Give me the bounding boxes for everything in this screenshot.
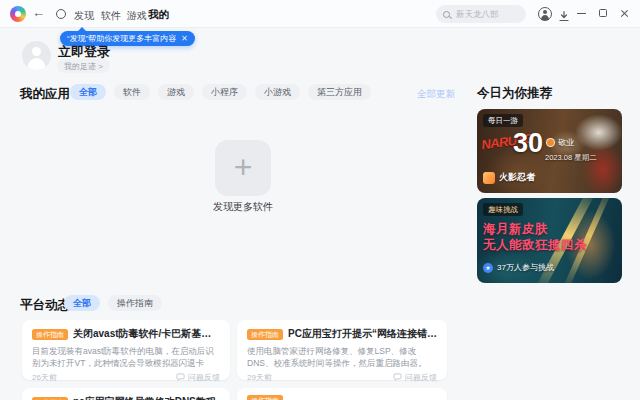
- search-box[interactable]: [436, 5, 526, 23]
- update-all-button[interactable]: 全部更新: [417, 88, 455, 101]
- filter-games[interactable]: 游戏: [158, 84, 194, 100]
- game-name-row: 火影忍者: [483, 171, 535, 184]
- daily-word: 敬业: [546, 137, 574, 148]
- filter-software[interactable]: 软件: [114, 84, 150, 100]
- news-article-card[interactable]: 操作指南 PC应用宝打开提示“网络连接错误” 使用电脑管家进行网络修复、修复LS…: [237, 320, 447, 380]
- article-summary: 目前发现装有avast防毒软件的电脑，在启动后识别为未打开VT，此种情况会导致模…: [32, 345, 220, 370]
- article-tag: 操作指南: [247, 329, 283, 340]
- game-icon: [483, 172, 495, 184]
- titlebar: ← 发现 软件 游戏 我的: [0, 0, 640, 28]
- participants-icon: ★: [483, 263, 493, 273]
- nav-tab-discover[interactable]: 发现: [74, 9, 94, 23]
- article-tag: 操作指南: [32, 397, 68, 400]
- calendar-date: 2023.08 星期二: [545, 153, 597, 163]
- my-apps-filters: 全部 软件 游戏 小程序 小游戏 第三方应用: [70, 84, 371, 100]
- nav-tab-games[interactable]: 游戏: [127, 9, 147, 23]
- minimize-button[interactable]: [577, 13, 586, 14]
- filter-miniprograms[interactable]: 小程序: [202, 84, 247, 100]
- chat-bubble-icon: [176, 373, 185, 382]
- nav-tab-mine[interactable]: 我的: [148, 8, 169, 22]
- download-manager-icon[interactable]: [558, 8, 570, 26]
- chat-bubble-icon: [393, 373, 402, 382]
- profile-history-link[interactable]: 我的足迹 >: [57, 59, 110, 73]
- news-filter-all[interactable]: 全部: [64, 295, 100, 311]
- news-article-card[interactable]: 操作指南 关闭avast防毒软件/卡巴斯基减少卡顿现象 目前发现装有avast防…: [22, 320, 230, 380]
- plus-icon: +: [234, 151, 253, 183]
- app-logo-icon[interactable]: [10, 6, 26, 22]
- feedback-link[interactable]: 问题反馈: [176, 372, 220, 383]
- back-icon[interactable]: ←: [32, 5, 45, 21]
- calendar-day: 30: [513, 128, 543, 159]
- discover-more-tile[interactable]: +: [215, 140, 271, 196]
- search-input[interactable]: [454, 8, 519, 20]
- feedback-link[interactable]: 问题反馈: [393, 372, 437, 383]
- filter-thirdparty[interactable]: 第三方应用: [308, 84, 371, 100]
- filter-all[interactable]: 全部: [70, 84, 106, 100]
- article-title: PC应用宝打开提示“网络连接错误”: [288, 327, 437, 341]
- article-title: pc应用宝网络异常修改DNS教程: [73, 395, 216, 400]
- challenge-card[interactable]: 趣味挑战 海月新皮肤 无人能敌狂揽四杀 ★ 37万人参与挑战: [477, 198, 622, 283]
- feedback-text: 问题反馈: [405, 372, 437, 383]
- feedback-text: 问题反馈: [188, 372, 220, 383]
- platform-news-title: 平台动态: [20, 297, 70, 314]
- article-summary: 使用电脑管家进行网络修复、修复LSP、修改DNS、校准系统时间等操作，然后重启路…: [247, 345, 437, 370]
- tooltip-close-icon[interactable]: ✕: [181, 34, 188, 43]
- daily-game-badge: 每日一游: [483, 114, 523, 127]
- search-icon: [443, 11, 450, 18]
- news-article-card[interactable]: 操作指南 pc应用宝网络异常修改DNS教程: [22, 388, 230, 400]
- challenge-participants: ★ 37万人参与挑战: [483, 262, 554, 273]
- news-filter-guide[interactable]: 操作指南: [108, 295, 162, 311]
- nav-tab-software[interactable]: 软件: [101, 9, 121, 23]
- article-tag: 操作指南: [247, 395, 283, 400]
- account-icon[interactable]: [538, 7, 552, 21]
- article-tag: 操作指南: [32, 329, 68, 340]
- maximize-button[interactable]: [599, 9, 607, 17]
- recommend-title: 今日为你推荐: [477, 85, 552, 102]
- avatar[interactable]: [22, 41, 51, 70]
- article-time: 29天前: [247, 372, 272, 383]
- filter-minigames[interactable]: 小游戏: [255, 84, 300, 100]
- participants-text: 37万人参与挑战: [497, 262, 554, 273]
- refresh-icon[interactable]: [56, 9, 66, 19]
- discover-more-label: 发现更多软件: [183, 200, 303, 214]
- news-article-card[interactable]: 操作指南: [237, 388, 447, 400]
- article-time: 26天前: [32, 372, 57, 383]
- challenge-title-line1: 海月新皮肤: [483, 221, 548, 238]
- challenge-title-line2: 无人能敌狂揽四杀: [483, 237, 587, 254]
- daily-word-text: 敬业: [558, 137, 574, 148]
- news-filters: 全部 操作指南: [64, 295, 162, 311]
- my-apps-title: 我的应用: [20, 86, 70, 103]
- daily-game-card[interactable]: 每日一游 NARUTO 30 敬业 2023.08 星期二 火影忍者: [477, 109, 622, 193]
- app-window: ← 发现 软件 游戏 我的 “发现”帮助你发现更多丰富内容 ✕ 立即登录 我的足…: [0, 0, 640, 400]
- daily-word-icon: [546, 138, 555, 147]
- close-button[interactable]: [620, 9, 629, 18]
- article-title: 关闭avast防毒软件/卡巴斯基减少卡顿现象: [73, 327, 220, 341]
- game-name: 火影忍者: [499, 171, 535, 184]
- challenge-badge: 趣味挑战: [483, 203, 523, 216]
